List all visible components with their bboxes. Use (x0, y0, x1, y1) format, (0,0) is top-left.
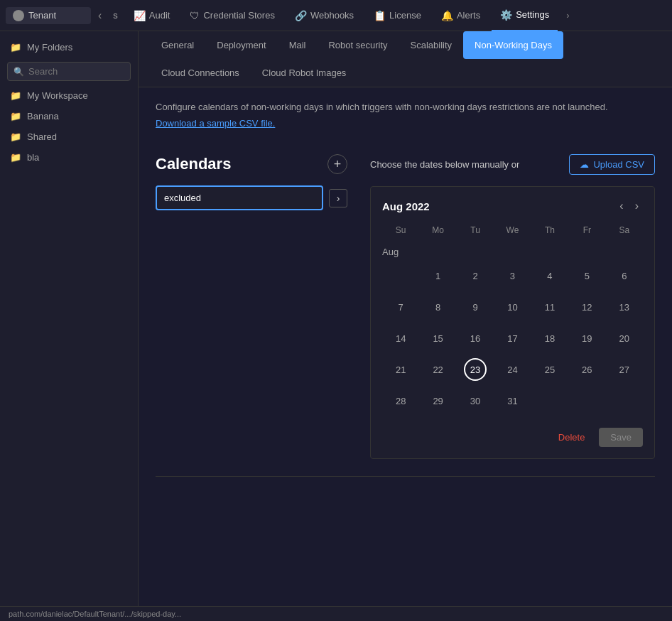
calendar-day[interactable]: 6 (606, 260, 643, 291)
my-workspace-icon: 📁 (10, 90, 21, 101)
calendar-day (531, 385, 568, 416)
calendar-day[interactable]: 13 (606, 291, 643, 323)
calendar-day[interactable]: 10 (494, 291, 531, 323)
banana-icon: 📁 (10, 111, 21, 122)
weekday-header: Su (382, 222, 419, 241)
arrow-icon: › (337, 193, 340, 204)
calendar-day[interactable]: 5 (568, 260, 605, 291)
main-layout: 📁 My Folders 🔍 📁 My Workspace 📁 Banana 📁… (0, 31, 672, 606)
calendar-day[interactable]: 23 (457, 354, 494, 385)
calendar-day[interactable]: 3 (494, 260, 531, 291)
tab-general[interactable]: General (150, 31, 205, 59)
sidebar-item-my-folders[interactable]: 📁 My Folders (0, 37, 138, 58)
nav-item-webhooks[interactable]: 🔗 Webhooks (286, 0, 362, 31)
tab-cloud-robot-images[interactable]: Cloud Robot Images (251, 59, 358, 87)
weekday-header: Fr (568, 222, 605, 241)
nav-item-credential-stores[interactable]: 🛡 Credential Stores (181, 0, 283, 31)
calendar-day[interactable]: 9 (457, 291, 494, 323)
credential-stores-icon: 🛡 (190, 10, 200, 21)
save-button[interactable]: Save (599, 428, 643, 447)
calendar-day[interactable]: 14 (382, 323, 419, 354)
calendar-arrow-button[interactable]: › (329, 189, 347, 207)
calendar-day[interactable]: 31 (494, 385, 531, 416)
calendar-day[interactable]: 19 (568, 323, 605, 354)
sidebar-item-my-workspace[interactable]: 📁 My Workspace (0, 85, 138, 106)
calendar-day[interactable]: 25 (531, 354, 568, 385)
settings-tabs: General Deployment Mail Robot security S… (139, 31, 672, 87)
calendar-day[interactable]: 1 (419, 260, 456, 291)
calendar-day[interactable]: 15 (419, 323, 456, 354)
calendar-prev-button[interactable]: ‹ (615, 198, 627, 214)
weekday-header: Sa (606, 222, 643, 241)
sidebar-shared-label: Shared (27, 131, 57, 142)
calendar-day[interactable]: 22 (419, 354, 456, 385)
weekday-header: Tu (457, 222, 494, 241)
alerts-icon: 🔔 (441, 10, 453, 21)
sidebar-item-banana[interactable]: 📁 Banana (0, 106, 138, 126)
calendar-day[interactable]: 11 (531, 291, 568, 323)
sidebar-my-workspace-label: My Workspace (27, 90, 88, 101)
calendars-header: Calendars + (156, 154, 347, 174)
calendar-container: Aug 2022 ‹ › SuMoTuWeThFrSa Aug123456789… (370, 186, 655, 459)
calendar-day[interactable]: 21 (382, 354, 419, 385)
calendar-day[interactable]: 16 (457, 323, 494, 354)
nav-item-alerts[interactable]: 🔔 Alerts (433, 0, 489, 31)
calendar-day[interactable]: 27 (606, 354, 643, 385)
calendar-day[interactable]: 8 (419, 291, 456, 323)
settings-icon: ⚙️ (500, 9, 512, 21)
calendar-day[interactable]: 26 (568, 354, 605, 385)
choose-dates-text: Choose the dates below manually or (370, 159, 519, 170)
tenant-button[interactable]: Tenant (6, 7, 91, 24)
sidebar-bla-label: bla (27, 152, 39, 163)
calendar-day[interactable]: 12 (568, 291, 605, 323)
upload-csv-label: Upload CSV (593, 159, 644, 170)
calendar-day[interactable]: 2 (457, 260, 494, 291)
calendar-day[interactable]: 20 (606, 323, 643, 354)
add-calendar-button[interactable]: + (327, 154, 347, 174)
calendar-widget: Choose the dates below manually or ☁ Upl… (370, 154, 655, 459)
upload-csv-button[interactable]: ☁ Upload CSV (569, 154, 655, 175)
calendar-input-wrapper (156, 185, 323, 210)
calendar-day[interactable]: 24 (494, 354, 531, 385)
audit-icon: 📈 (134, 10, 146, 21)
delete-button[interactable]: Delete (551, 428, 592, 447)
nav-item-license[interactable]: 📋 License (365, 0, 430, 31)
calendar-nav: Aug 2022 ‹ › (382, 198, 643, 214)
calendar-day[interactable]: 17 (494, 323, 531, 354)
nav-license-label: License (389, 10, 421, 21)
tab-mail[interactable]: Mail (278, 31, 318, 59)
tab-cloud-connections[interactable]: Cloud Connections (150, 59, 251, 87)
download-link[interactable]: Download a sample CSV file. (156, 118, 275, 129)
calendar-next-button[interactable]: › (631, 198, 643, 214)
nav-back-button[interactable]: ‹ (94, 6, 106, 25)
calendar-day[interactable]: 7 (382, 291, 419, 323)
sidebar-item-shared[interactable]: 📁 Shared (0, 126, 138, 147)
calendar-day[interactable]: 30 (457, 385, 494, 416)
calendar-day[interactable]: 29 (419, 385, 456, 416)
license-icon: 📋 (374, 10, 386, 21)
top-navigation: Tenant ‹ s 📈 Audit 🛡 Credential Stores 🔗… (0, 0, 672, 31)
tab-scalability[interactable]: Scalability (399, 31, 464, 59)
tab-non-working-days[interactable]: Non-Working Days (463, 31, 563, 59)
calendar-month-label: Aug (382, 241, 643, 260)
status-bar: path.com/danielac/DefaultTenant/.../skip… (0, 606, 672, 621)
calendar-day[interactable]: 28 (382, 385, 419, 416)
upload-icon: ☁ (580, 159, 589, 170)
tab-deployment[interactable]: Deployment (205, 31, 277, 59)
weekday-header: Th (531, 222, 568, 241)
search-input[interactable] (28, 66, 148, 77)
nav-more-button[interactable]: › (560, 7, 575, 23)
nav-item-audit[interactable]: 📈 Audit (125, 0, 179, 31)
calendar-month-year: Aug 2022 (382, 200, 430, 212)
calendars-section: Calendars + › Choose th (156, 154, 655, 459)
nav-item-settings[interactable]: ⚙️ Settings (492, 0, 558, 31)
settings-content: Configure calendars of non-working days … (139, 87, 672, 606)
sidebar-item-bla[interactable]: 📁 bla (0, 147, 138, 168)
calendar-day[interactable]: 4 (531, 260, 568, 291)
tenant-label: Tenant (28, 10, 56, 21)
calendar-day[interactable]: 18 (531, 323, 568, 354)
calendar-name-input[interactable] (164, 193, 315, 203)
sidebar-banana-label: Banana (27, 111, 59, 122)
calendars-title: Calendars (156, 155, 231, 173)
tab-robot-security[interactable]: Robot security (317, 31, 399, 59)
